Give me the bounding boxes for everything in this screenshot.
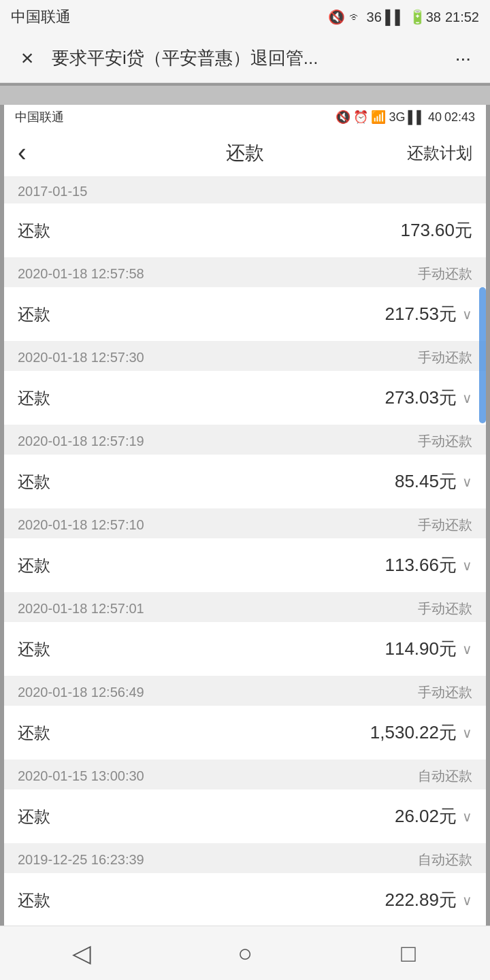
payment-amount-value: 113.66元 [385, 553, 457, 577]
carrier-label: 中国联通 [11, 7, 71, 27]
inner-3g-label: 3G [389, 110, 405, 125]
payment-label: 还款 [18, 806, 50, 828]
inner-4g-label: 40 [428, 110, 442, 125]
payment-label: 还款 [18, 387, 50, 409]
inner-app-card: 中国联通 🔇 ⏰ 📶 3G ▌▌ 40 02:43 ‹ 还款 还款计划 2017… [4, 105, 486, 980]
payment-amount-value: 217.53元 [385, 302, 457, 326]
payment-row[interactable]: 还款1,530.22元∨ [4, 706, 486, 760]
payment-datetime: 2020-01-18 12:57:30 [18, 350, 144, 365]
payment-group: 2020-01-18 12:57:01手动还款还款114.90元∨ [4, 592, 486, 676]
payment-row[interactable]: 还款273.03元∨ [4, 371, 486, 425]
payment-row[interactable]: 还款26.02元∨ [4, 789, 486, 843]
home-nav-button[interactable]: ○ [218, 939, 272, 968]
payment-amount: 85.45元∨ [395, 470, 472, 493]
recent-nav-button[interactable]: □ [381, 939, 436, 968]
payment-amount-value: 273.03元 [385, 386, 457, 410]
top-nav-bar: × 要求平安i贷（平安普惠）退回管... ··· [0, 34, 490, 83]
battery-icon: 🔋38 [409, 9, 441, 25]
payment-method: 手动还款 [418, 348, 472, 367]
back-nav-button[interactable]: ◁ [54, 939, 109, 968]
payment-group: 2020-01-18 12:57:30手动还款还款273.03元∨ [4, 341, 486, 425]
close-button[interactable]: × [14, 46, 41, 71]
payment-datetime: 2020-01-18 12:57:10 [18, 517, 144, 533]
status-bar: 中国联通 🔇 ᯤ 36 ▌▌ 🔋38 21:52 [0, 0, 490, 34]
payment-label: 还款 [18, 638, 50, 660]
payment-meta: 2020-01-18 12:56:49手动还款 [4, 676, 486, 706]
payment-meta: 2020-01-18 12:57:58手动还款 [4, 258, 486, 287]
time-label: 21:52 [445, 10, 479, 25]
payment-meta: 2019-12-25 16:23:39自动还款 [4, 844, 486, 873]
payment-row[interactable]: 还款85.45元∨ [4, 455, 486, 508]
more-button[interactable]: ··· [450, 48, 476, 69]
payment-label: 还款 [18, 471, 50, 493]
payment-amount-value: 85.45元 [395, 470, 457, 493]
chevron-down-icon[interactable]: ∨ [462, 725, 472, 741]
payment-group: 2020-01-18 12:56:49手动还款还款1,530.22元∨ [4, 676, 486, 760]
page-title: 要求平安i贷（平安普惠）退回管... [52, 46, 450, 70]
payment-datetime: 2019-12-25 16:23:39 [18, 852, 144, 868]
payment-row[interactable]: 还款222.89元∨ [4, 873, 486, 927]
payment-row[interactable]: 还款113.66元∨ [4, 538, 486, 592]
payment-meta: 2020-01-18 12:57:19手动还款 [4, 425, 486, 455]
payment-method: 手动还款 [418, 432, 472, 451]
payment-method: 自动还款 [418, 851, 472, 869]
chevron-down-icon[interactable]: ∨ [462, 808, 472, 825]
payment-group: 2020-01-18 12:57:10手动还款还款113.66元∨ [4, 508, 486, 592]
chevron-down-icon[interactable]: ∨ [462, 474, 472, 490]
inner-signal-icon: ▌▌ [408, 110, 425, 125]
payment-meta: 2017-01-15 [4, 177, 486, 203]
repayment-plan-link[interactable]: 还款计划 [407, 142, 472, 164]
inner-time-label: 02:43 [444, 110, 475, 125]
inner-status-icons: 🔇 ⏰ 📶 3G ▌▌ 40 02:43 [336, 110, 475, 125]
payment-amount: 217.53元∨ [385, 302, 472, 326]
payment-datetime: 2017-01-15 [18, 184, 87, 199]
payment-meta: 2020-01-15 13:00:30自动还款 [4, 760, 486, 789]
payment-amount-value: 173.60元 [400, 218, 472, 242]
chevron-down-icon[interactable]: ∨ [462, 390, 472, 406]
payment-datetime: 2020-01-18 12:57:19 [18, 434, 144, 449]
payment-meta: 2020-01-18 12:57:10手动还款 [4, 509, 486, 538]
payment-method: 手动还款 [418, 265, 472, 283]
payment-group: 2020-01-18 12:57:19手动还款还款85.45元∨ [4, 425, 486, 508]
inner-wifi-icon: 📶 [371, 110, 386, 125]
chevron-down-icon[interactable]: ∨ [462, 641, 472, 657]
payment-label: 还款 [18, 722, 50, 744]
payment-amount: 26.02元∨ [395, 804, 472, 828]
payment-group: 2017-01-15还款173.60元 [4, 177, 486, 257]
payment-meta: 2020-01-18 12:57:30手动还款 [4, 342, 486, 371]
status-icons: 🔇 ᯤ 36 ▌▌ 🔋38 21:52 [328, 9, 479, 25]
inner-page-title: 还款 [226, 140, 264, 166]
payment-amount-value: 114.90元 [385, 637, 457, 661]
payment-list: 2017-01-15还款173.60元2020-01-18 12:57:58手动… [4, 177, 486, 980]
payment-datetime: 2020-01-18 12:57:58 [18, 266, 144, 282]
payment-label: 还款 [18, 889, 50, 911]
payment-method: 自动还款 [418, 767, 472, 785]
inner-nav-bar: ‹ 还款 还款计划 [4, 129, 486, 177]
bottom-navigation: ◁ ○ □ [0, 926, 490, 980]
payment-label: 还款 [18, 304, 50, 325]
back-button[interactable]: ‹ [18, 138, 27, 167]
payment-group: 2020-01-15 13:00:30自动还款还款26.02元∨ [4, 760, 486, 843]
payment-group: 2020-01-18 12:57:58手动还款还款217.53元∨ [4, 257, 486, 341]
payment-datetime: 2020-01-15 13:00:30 [18, 768, 144, 784]
payment-datetime: 2020-01-18 12:56:49 [18, 685, 144, 700]
inner-status-bar: 中国联通 🔇 ⏰ 📶 3G ▌▌ 40 02:43 [4, 105, 486, 129]
payment-label: 还款 [18, 555, 50, 576]
signal-icons: 🔇 ᯤ 36 ▌▌ [328, 9, 404, 25]
payment-method: 手动还款 [418, 516, 472, 534]
payment-row: 还款173.60元 [4, 203, 486, 257]
payment-group: 2019-12-25 16:23:39自动还款还款222.89元∨ [4, 843, 486, 927]
scroll-indicator [479, 287, 486, 423]
chevron-down-icon[interactable]: ∨ [462, 306, 472, 323]
payment-amount-value: 26.02元 [395, 804, 457, 828]
payment-row[interactable]: 还款217.53元∨ [4, 287, 486, 341]
payment-meta: 2020-01-18 12:57:01手动还款 [4, 593, 486, 622]
chevron-down-icon[interactable]: ∨ [462, 557, 472, 574]
payment-row[interactable]: 还款114.90元∨ [4, 622, 486, 676]
payment-amount-value: 222.89元 [385, 888, 457, 912]
inner-carrier: 中国联通 [15, 109, 64, 125]
chevron-down-icon[interactable]: ∨ [462, 892, 472, 909]
payment-label: 还款 [18, 220, 50, 242]
payment-amount: 173.60元 [400, 218, 472, 242]
payment-method: 手动还款 [418, 683, 472, 702]
